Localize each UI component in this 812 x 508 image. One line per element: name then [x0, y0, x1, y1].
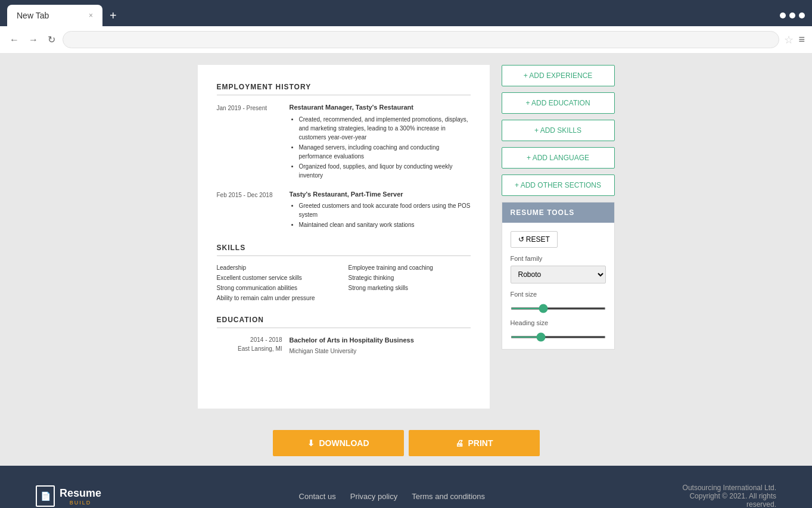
main-area: EMPLOYMENT HISTORY Jan 2019 - Present Re…: [0, 53, 812, 420]
edu-location: East Lansing, MI: [217, 344, 282, 353]
skill-6: Strong marketing skills: [349, 283, 471, 292]
forward-button[interactable]: →: [26, 32, 41, 48]
resume-preview: EMPLOYMENT HISTORY Jan 2019 - Present Re…: [198, 65, 490, 409]
add-education-button[interactable]: + ADD EDUCATION: [502, 92, 615, 114]
footer-links: Contact us Privacy policy Terms and cond…: [299, 492, 485, 501]
add-other-button[interactable]: + ADD OTHER SECTIONS: [502, 174, 615, 196]
bullet-1-1: Created, recommended, and implemented pr…: [299, 115, 471, 142]
reload-button[interactable]: ↻: [45, 32, 58, 48]
browser-dot-1: [780, 13, 786, 18]
footer: 📄 Resume BUILD Contact us Privacy policy…: [0, 466, 812, 508]
edu-school: Michigan State University: [290, 347, 414, 356]
bullet-1-2: Managed servers, including coaching and …: [299, 143, 471, 161]
footer-logo-sub: BUILD: [60, 500, 101, 506]
page-content: EMPLOYMENT HISTORY Jan 2019 - Present Re…: [0, 53, 812, 466]
skill-3: Excellent customer service skills: [217, 273, 339, 282]
education-section-title: EDUCATION: [217, 314, 471, 328]
employment-section: EMPLOYMENT HISTORY Jan 2019 - Present Re…: [217, 82, 471, 230]
education-section: EDUCATION 2014 - 2018 East Lansing, MI B…: [217, 314, 471, 356]
address-bar[interactable]: [63, 31, 779, 48]
download-icon: ⬇: [307, 438, 315, 448]
footer-logo: 📄 Resume BUILD: [36, 485, 101, 507]
job-details-1: Restaurant Manager, Tasty's Restaurant C…: [290, 102, 471, 181]
download-label: DOWNLOAD: [319, 438, 369, 448]
active-tab[interactable]: New Tab ×: [7, 5, 102, 26]
job-title-1: Restaurant Manager, Tasty's Restaurant: [290, 102, 471, 113]
skill-4: Strategic thinking: [349, 273, 471, 282]
job-entry-1: Jan 2019 - Present Restaurant Manager, T…: [217, 102, 471, 181]
font-size-slider-container: [511, 301, 606, 312]
job-details-2: Tasty's Restaurant, Part-Time Server Gre…: [290, 189, 471, 231]
copyright-line-3: reserved.: [683, 500, 776, 508]
skill-7: Ability to remain calm under pressure: [217, 294, 339, 303]
skill-5: Strong communication abilities: [217, 283, 339, 292]
footer-logo-icon: 📄: [36, 485, 55, 507]
job-bullets-1: Created, recommended, and implemented pr…: [290, 115, 471, 180]
job-entry-2: Feb 2015 - Dec 2018 Tasty's Restaurant, …: [217, 189, 471, 231]
skills-section: SKILLS Leadership Employee training and …: [217, 242, 471, 303]
resume-tools-header: RESUME TOOLS: [502, 202, 614, 223]
print-label: PRINT: [468, 438, 493, 448]
browser-menu-icon[interactable]: ≡: [798, 33, 805, 46]
heading-size-label: Heading size: [511, 319, 606, 326]
resume-tools-panel: RESUME TOOLS ↺ RESET Font family Roboto …: [502, 202, 615, 350]
job-title-2: Tasty's Restaurant, Part-Time Server: [290, 189, 471, 200]
bullet-1-3: Organized food, supplies, and liquor by …: [299, 162, 471, 180]
education-date-1: 2014 - 2018 East Lansing, MI: [217, 335, 282, 356]
job-date-2: Feb 2015 - Dec 2018: [217, 189, 282, 231]
browser-chrome: New Tab × + ← → ↻ ☆ ≡: [0, 0, 812, 53]
copyright-line-2: Copyright © 2021. All rights: [683, 492, 776, 500]
bookmark-icon[interactable]: ☆: [784, 33, 794, 46]
education-details-1: Bachelor of Arts in Hospitality Business…: [290, 335, 414, 356]
employment-section-title: EMPLOYMENT HISTORY: [217, 82, 471, 95]
edu-year-range: 2014 - 2018: [217, 335, 282, 344]
add-language-button[interactable]: + ADD LANGUAGE: [502, 147, 615, 169]
footer-privacy-link[interactable]: Privacy policy: [350, 492, 397, 501]
footer-copyright: Outsourcing International Ltd. Copyright…: [683, 484, 776, 508]
job-date-1: Jan 2019 - Present: [217, 102, 282, 181]
bullet-2-2: Maintained clean and sanitary work stati…: [299, 220, 471, 229]
bullet-2-1: Greeted customers and took accurate food…: [299, 201, 471, 219]
skill-8: [349, 294, 471, 303]
browser-dot-3: [799, 13, 805, 18]
education-entry-1: 2014 - 2018 East Lansing, MI Bachelor of…: [217, 335, 471, 356]
bottom-buttons: ⬇ DOWNLOAD 🖨 PRINT: [0, 420, 812, 466]
add-skills-button[interactable]: + ADD SKILLS: [502, 120, 615, 141]
resume-tools-body: ↺ RESET Font family Roboto Arial Times N…: [502, 223, 614, 349]
tab-title: New Tab: [17, 11, 49, 20]
skills-section-title: SKILLS: [217, 242, 471, 256]
heading-size-slider[interactable]: [511, 336, 606, 338]
footer-logo-name: Resume: [60, 487, 101, 500]
tab-bar: New Tab × +: [0, 0, 812, 26]
download-button[interactable]: ⬇ DOWNLOAD: [273, 430, 404, 456]
browser-dots: [780, 13, 805, 18]
back-button[interactable]: ←: [7, 32, 21, 48]
font-family-select[interactable]: Roboto Arial Times New Roman Georgia: [511, 266, 606, 283]
font-size-slider[interactable]: [511, 307, 606, 310]
new-tab-button[interactable]: +: [105, 7, 122, 25]
print-icon: 🖨: [455, 438, 463, 448]
skills-grid: Leadership Employee training and coachin…: [217, 263, 471, 303]
sidebar: + ADD EXPERIENCE + ADD EDUCATION + ADD S…: [502, 65, 615, 409]
print-button[interactable]: 🖨 PRINT: [409, 430, 540, 456]
edu-degree: Bachelor of Arts in Hospitality Business: [290, 335, 414, 345]
tab-close-button[interactable]: ×: [89, 11, 93, 20]
skill-1: Leadership: [217, 263, 339, 272]
copyright-line-1: Outsourcing International Ltd.: [683, 484, 776, 492]
job-bullets-2: Greeted customers and took accurate food…: [290, 201, 471, 229]
heading-size-slider-container: [511, 330, 606, 341]
footer-terms-link[interactable]: Terms and conditions: [412, 492, 485, 501]
font-family-label: Font family: [511, 255, 606, 262]
browser-dot-2: [789, 13, 795, 18]
footer-logo-text-group: Resume BUILD: [60, 487, 101, 506]
browser-toolbar: ← → ↻ ☆ ≡: [0, 26, 812, 53]
font-size-label: Font size: [511, 291, 606, 298]
skill-2: Employee training and coaching: [349, 263, 471, 272]
add-experience-button[interactable]: + ADD EXPERIENCE: [502, 65, 615, 86]
reset-button[interactable]: ↺ RESET: [511, 231, 558, 248]
footer-contact-link[interactable]: Contact us: [299, 492, 336, 501]
